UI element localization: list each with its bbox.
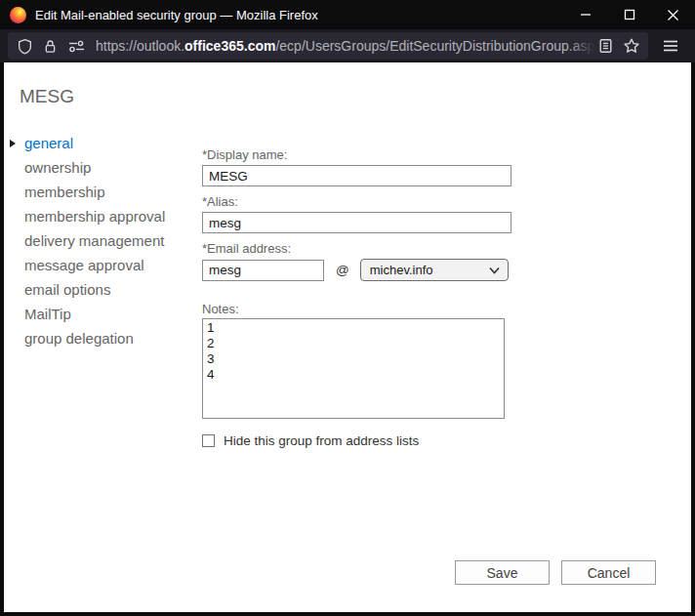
- nav-item-delivery-management[interactable]: delivery management: [10, 228, 165, 253]
- nav-item-general[interactable]: general: [10, 131, 165, 155]
- section-nav: general ownership membership membership …: [10, 131, 165, 350]
- at-sign: @: [336, 263, 349, 277]
- browser-window: Edit Mail-enabled security group — Mozil…: [0, 0, 695, 616]
- hide-group-checkbox[interactable]: [202, 434, 215, 447]
- identity-box: [17, 38, 86, 55]
- email-domain-select[interactable]: michev.info: [360, 259, 509, 281]
- display-name-input[interactable]: [202, 165, 511, 186]
- urlbar-actions: [598, 37, 640, 55]
- nav-item-membership[interactable]: membership: [10, 180, 165, 204]
- alias-input[interactable]: [202, 212, 511, 233]
- nav-label: delivery management: [24, 232, 164, 249]
- nav-label: general: [24, 135, 73, 151]
- maximize-icon: [624, 9, 635, 21]
- url-prefix: https://outlook.: [96, 38, 184, 54]
- window-controls: [563, 0, 695, 29]
- nav-label: group delegation: [24, 330, 134, 347]
- nav-label: membership: [24, 184, 105, 200]
- alias-label: *Alias:: [202, 194, 511, 210]
- nav-item-membership-approval[interactable]: membership approval: [10, 204, 165, 228]
- firefox-logo-icon: [10, 7, 26, 23]
- nav-item-mailtip[interactable]: MailTip: [10, 302, 165, 326]
- hide-group-label: Hide this group from address lists: [224, 433, 419, 448]
- close-button[interactable]: [651, 0, 695, 29]
- nav-item-email-options[interactable]: email options: [10, 277, 165, 302]
- nav-item-group-delegation[interactable]: group delegation: [10, 326, 165, 350]
- minimize-button[interactable]: [563, 0, 607, 29]
- email-local-part-input[interactable]: [202, 260, 324, 281]
- notes-textarea[interactable]: 1 2 3 4: [202, 318, 505, 419]
- display-name-label: *Display name:: [202, 147, 511, 163]
- maximize-button[interactable]: [607, 0, 651, 29]
- lock-icon[interactable]: [42, 38, 59, 55]
- app-menu-button[interactable]: [652, 32, 689, 60]
- page-title: MESG: [20, 86, 74, 107]
- window-title: Edit Mail-enabled security group — Mozil…: [35, 8, 318, 22]
- url-domain: office365.com: [184, 38, 275, 54]
- titlebar: Edit Mail-enabled security group — Mozil…: [0, 0, 695, 29]
- nav-item-message-approval[interactable]: message approval: [10, 253, 165, 277]
- nav-item-ownership[interactable]: ownership: [10, 155, 165, 180]
- hide-group-row: Hide this group from address lists: [202, 433, 511, 448]
- save-button[interactable]: Save: [455, 560, 550, 585]
- page-content: MESG general ownership membership member…: [4, 62, 691, 612]
- bookmark-star-icon[interactable]: [623, 37, 640, 55]
- email-address-label: *Email address:: [202, 241, 511, 257]
- url-text[interactable]: https://outlook.office365.com/ecp/UsersG…: [96, 38, 594, 54]
- email-domain-value: michev.info: [370, 263, 488, 277]
- nav-label: email options: [24, 281, 110, 298]
- tracking-protection-shield-icon[interactable]: [17, 38, 33, 55]
- minimize-icon: [580, 9, 592, 21]
- action-buttons: Save Cancel: [455, 560, 656, 585]
- reader-mode-icon[interactable]: [598, 38, 613, 54]
- cancel-button[interactable]: Cancel: [561, 560, 656, 585]
- email-address-row: @ michev.info: [202, 259, 511, 281]
- nav-label: message approval: [24, 257, 144, 273]
- navigation-toolbar: https://outlook.office365.com/ecp/UsersG…: [0, 29, 695, 62]
- general-form: *Display name: *Alias: *Email address: @…: [202, 147, 511, 448]
- selected-arrow-slot: [10, 140, 24, 147]
- nav-label: ownership: [24, 159, 91, 176]
- url-path: /ecp/UsersGroups/EditSecurityDistributio…: [275, 38, 594, 54]
- hamburger-menu-icon: [663, 39, 678, 53]
- chevron-down-icon: [488, 265, 501, 276]
- nav-label: MailTip: [24, 306, 71, 322]
- permissions-icon[interactable]: [67, 38, 86, 55]
- url-bar[interactable]: https://outlook.office365.com/ecp/UsersG…: [8, 32, 648, 60]
- nav-label: membership approval: [24, 208, 165, 225]
- close-icon: [667, 9, 679, 21]
- selected-arrow-icon: [10, 140, 16, 147]
- notes-label: Notes:: [202, 302, 511, 317]
